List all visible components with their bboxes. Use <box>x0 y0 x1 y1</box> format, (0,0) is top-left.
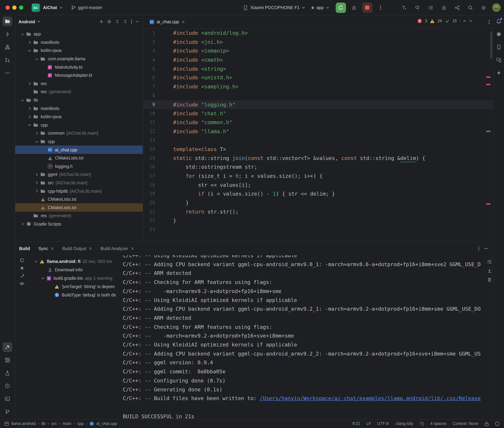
kebab-icon[interactable] <box>488 19 490 24</box>
chevron-down-icon[interactable] <box>35 56 39 62</box>
caret-position[interactable]: 9:21 <box>352 421 360 426</box>
profile-avatar[interactable] <box>492 3 501 12</box>
tree-item-cmakelists-txt[interactable]: CMakeLists.txt <box>15 195 143 204</box>
rerun-button[interactable] <box>336 2 346 13</box>
breadcrumb-item[interactable]: llama.android <box>11 421 35 426</box>
code-area[interactable]: 1#include <android/log.h>2#include <jni.… <box>143 29 493 241</box>
more-tools-button[interactable] <box>3 68 12 78</box>
close-icon[interactable] <box>51 247 54 250</box>
chevron-right-icon[interactable] <box>27 115 32 119</box>
stop-icon[interactable] <box>20 266 24 270</box>
pull-requests-tool-button[interactable] <box>3 55 12 65</box>
settings-button[interactable] <box>479 3 488 13</box>
device-manager-button[interactable] <box>494 42 504 52</box>
indent-setting[interactable]: 4 spaces <box>430 421 446 426</box>
tree-item-cmakelists-txt[interactable]: CMakeLists.txt <box>15 154 143 162</box>
linter[interactable]: .clang-tidy <box>395 421 413 426</box>
tree-item-cpp[interactable]: cpp <box>15 121 143 129</box>
chevron-right-icon[interactable] <box>27 107 32 110</box>
breadcrumb-item[interactable]: main <box>63 421 71 426</box>
breadcrumb-item[interactable]: cpp <box>77 421 84 426</box>
chevron-up-icon[interactable] <box>463 20 466 22</box>
stop-button[interactable] <box>362 2 372 13</box>
gradle-tool-button[interactable]: G <box>494 29 504 39</box>
project-view-selector[interactable]: Android <box>18 19 35 24</box>
breadcrumb-item[interactable]: src <box>51 421 57 426</box>
structure-tool-button[interactable] <box>3 42 12 52</box>
build-tree-item[interactable]: 'jvmTarget: String' is deprec <box>28 282 122 291</box>
close-icon[interactable] <box>131 247 134 250</box>
assistant-button[interactable] <box>494 68 504 78</box>
version-control-tool-button[interactable] <box>3 407 12 417</box>
hide-panel-icon[interactable] <box>135 19 139 24</box>
tree-item-res[interactable]: res(generated) <box>15 212 143 220</box>
problems-tool-button[interactable] <box>3 381 12 391</box>
tree-item-res[interactable]: res <box>15 80 143 88</box>
hide-panel-icon[interactable] <box>484 246 488 251</box>
chevron-down-icon[interactable] <box>35 139 39 144</box>
soft-wrap-icon[interactable] <box>487 259 492 264</box>
build-console[interactable]: C/C++: -- Using KleidiAI optimized kerne… <box>123 255 485 419</box>
task-list-button[interactable] <box>426 3 436 13</box>
editor-tab[interactable]: C+ ai_chat.cpp <box>146 15 188 28</box>
breadcrumb-item[interactable]: lib <box>42 421 46 426</box>
tree-item-res[interactable]: res(generated) <box>15 88 143 96</box>
console-file-link[interactable]: /Users/hanyin/Workspace/ai-chat/examples… <box>260 395 481 402</box>
build-tab-build-output[interactable]: Build Output <box>62 246 92 251</box>
status-circle-icon[interactable] <box>495 421 499 426</box>
build-tree-item[interactable]: Kbuild.gradle.ktsapp 1 warning <box>28 274 122 282</box>
project-tool-button[interactable] <box>3 16 12 26</box>
context[interactable]: Context: None <box>453 421 479 426</box>
error-stripe-mark[interactable] <box>486 203 490 205</box>
clear-console-icon[interactable] <box>487 277 492 282</box>
lock-icon[interactable] <box>485 421 489 426</box>
tree-item-messageadapter-kt[interactable]: KMessageAdapter.kt <box>15 71 143 80</box>
tree-item-manifests[interactable]: manifests <box>15 104 143 113</box>
commit-tool-button[interactable] <box>3 29 12 39</box>
build-variants-tool-button[interactable] <box>3 368 12 378</box>
add-icon[interactable] <box>99 19 103 24</box>
error-stripe-mark[interactable] <box>486 77 490 78</box>
tree-item-ggml[interactable]: ggml[AiChat.lib.main] <box>15 170 143 179</box>
chevron-right-icon[interactable] <box>20 222 25 226</box>
tree-item-mainactivity-kt[interactable]: KMainActivity.kt <box>15 63 143 71</box>
tree-item-lib[interactable]: lib <box>15 96 143 104</box>
chevron-down-icon[interactable] <box>41 275 45 281</box>
chevron-right-icon[interactable] <box>27 41 32 44</box>
locate-file-icon[interactable] <box>107 19 112 24</box>
build-tree-item[interactable]: llama.android: fi22 sec, 583 ms <box>28 257 122 266</box>
tree-item-cpp-httplib[interactable]: cpp-httplib[AiChat.lib.main] <box>15 187 143 195</box>
tree-item-app[interactable]: app <box>15 30 143 38</box>
chevron-right-icon[interactable] <box>34 189 39 193</box>
chevron-right-icon[interactable] <box>27 82 32 86</box>
debug-button[interactable] <box>349 3 359 13</box>
branch-selector[interactable]: ggml-master <box>71 5 102 10</box>
encoding[interactable]: UTF-8 <box>377 421 389 426</box>
scroll-to-end-icon[interactable] <box>487 268 492 273</box>
error-stripe-mark[interactable] <box>486 84 490 85</box>
tree-item-com-example-llama[interactable]: com.example.llama <box>15 55 143 63</box>
tree-item-kotlin-java[interactable]: kotlin+java <box>15 113 143 121</box>
chevron-right-icon[interactable] <box>34 173 39 177</box>
build-tab-build-analyzer[interactable]: Build Analyzer <box>101 246 134 251</box>
inspections-widget[interactable]: 3 24 15 <box>415 17 475 25</box>
breadcrumb-item[interactable]: ai_chat.cpp <box>96 421 117 426</box>
run-config-selector[interactable]: app <box>312 5 329 10</box>
build-tree-item[interactable]: Download info <box>28 266 122 274</box>
chevron-right-icon[interactable] <box>34 131 39 135</box>
ai-search-button[interactable] <box>413 3 422 13</box>
indent-icon[interactable] <box>419 421 424 426</box>
running-devices-button[interactable] <box>494 55 504 65</box>
build-tree-item[interactable]: BuildType 'debug' is both de <box>28 291 122 299</box>
tree-item-ai-chat-cpp[interactable]: C+ai_chat.cpp <box>15 146 143 154</box>
chevron-down-icon[interactable] <box>28 122 32 128</box>
tree-item-gradle-scripts[interactable]: GGradle Scripts <box>15 220 143 228</box>
change-stripe-mark[interactable] <box>486 131 490 132</box>
tree-item-logging-h[interactable]: Hlogging.h <box>15 162 143 170</box>
notifications-button[interactable] <box>494 16 504 26</box>
pin-icon[interactable] <box>19 273 24 278</box>
line-ending[interactable]: LF <box>367 421 371 426</box>
resource-manager-tool-button[interactable] <box>3 355 12 365</box>
tree-item-manifests[interactable]: manifests <box>15 38 143 46</box>
close-window-button[interactable] <box>6 6 10 10</box>
